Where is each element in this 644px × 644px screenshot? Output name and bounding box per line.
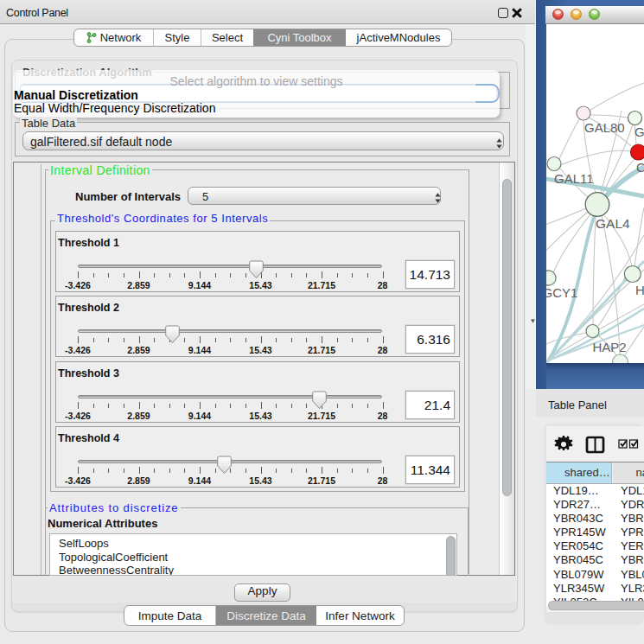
svg-text:GAL3: GAL3: [634, 124, 644, 139]
svg-text:GCY1: GCY1: [546, 285, 577, 300]
svg-text:HAP2: HAP2: [593, 340, 627, 354]
svg-text:CYC8: CYC8: [636, 160, 644, 175]
svg-text:GAL4: GAL4: [596, 216, 630, 231]
svg-text:GAL11: GAL11: [554, 171, 594, 186]
svg-text:HIS4: HIS4: [635, 283, 644, 297]
svg-text:GAL80: GAL80: [584, 120, 625, 135]
